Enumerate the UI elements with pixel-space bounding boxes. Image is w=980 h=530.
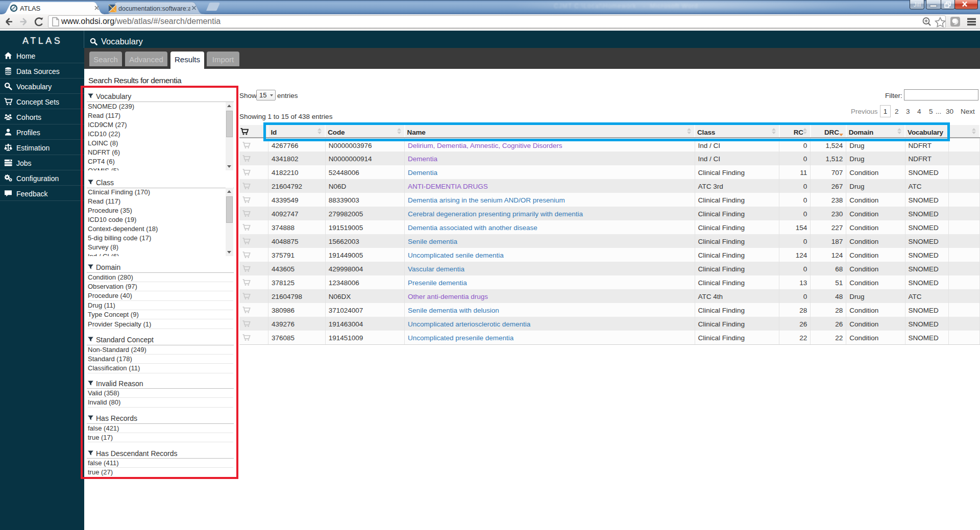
svg-text:ATLAS: ATLAS	[20, 5, 41, 12]
svg-text:Jill: Jill	[914, 2, 921, 8]
svg-text:documentation:software:a: documentation:software:a	[118, 5, 191, 12]
